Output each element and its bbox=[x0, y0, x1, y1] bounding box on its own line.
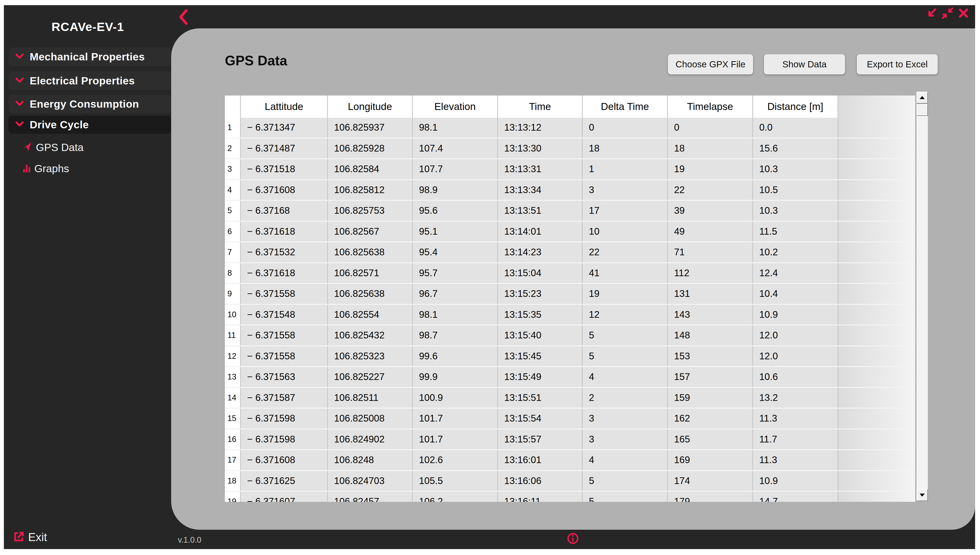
cell-timelapse[interactable]: 159 bbox=[668, 388, 753, 408]
cell-timelapse[interactable]: 153 bbox=[668, 346, 753, 366]
cell-delta-time[interactable]: 12 bbox=[583, 305, 668, 325]
choose-gpx-file-button[interactable]: Choose GPX File bbox=[668, 54, 753, 74]
cell-elevation[interactable]: 98.1 bbox=[413, 118, 498, 138]
cell-longitude[interactable]: 106.824902 bbox=[328, 430, 413, 449]
cell-elevation[interactable]: 95.4 bbox=[413, 242, 498, 262]
cell-timelapse[interactable]: 39 bbox=[668, 201, 753, 221]
cell-longitude[interactable]: 106.82511 bbox=[328, 388, 413, 408]
sidebar-item-drive-cycle[interactable]: Drive Cycle bbox=[8, 115, 172, 134]
column-header-time[interactable]: Time bbox=[498, 96, 583, 118]
cell-distance-m[interactable]: 11.3 bbox=[753, 409, 838, 428]
table-row[interactable]: 3− 6.371518106.82584107.713:13:3111910.3 bbox=[225, 159, 915, 180]
show-data-button[interactable]: Show Data bbox=[764, 54, 845, 74]
cell-distance-m[interactable]: 12.0 bbox=[753, 346, 838, 366]
cell-elevation[interactable]: 106.2 bbox=[413, 492, 498, 502]
info-button[interactable] bbox=[567, 532, 579, 546]
cell-lattitude[interactable]: − 6.371532 bbox=[241, 242, 328, 262]
cell-elevation[interactable]: 96.7 bbox=[413, 284, 498, 304]
cell-delta-time[interactable]: 18 bbox=[583, 139, 668, 159]
vertical-scrollbar[interactable] bbox=[916, 91, 928, 501]
cell-time[interactable]: 13:13:51 bbox=[498, 201, 583, 221]
cell-delta-time[interactable]: 10 bbox=[583, 222, 668, 242]
cell-distance-m[interactable]: 10.4 bbox=[753, 284, 838, 304]
column-header-delta-time[interactable]: Delta Time bbox=[583, 96, 668, 118]
table-row[interactable]: 18− 6.371625106.824703105.513:16:0651741… bbox=[225, 471, 915, 492]
cell-lattitude[interactable]: − 6.371558 bbox=[241, 326, 328, 345]
cell-longitude[interactable]: 106.825753 bbox=[328, 201, 413, 221]
cell-distance-m[interactable]: 13.2 bbox=[753, 388, 838, 408]
scroll-up-button[interactable] bbox=[916, 91, 928, 104]
cell-delta-time[interactable]: 22 bbox=[583, 242, 668, 262]
cell-time[interactable]: 13:16:06 bbox=[498, 471, 583, 491]
column-header-timelapse[interactable]: Timelapse bbox=[668, 96, 753, 118]
cell-longitude[interactable]: 106.82457 bbox=[328, 492, 413, 502]
cell-elevation[interactable]: 101.7 bbox=[413, 430, 498, 449]
table-row[interactable]: 12− 6.371558106.82532399.613:15:45515312… bbox=[225, 346, 915, 367]
cell-delta-time[interactable]: 5 bbox=[583, 346, 668, 366]
cell-longitude[interactable]: 106.825638 bbox=[328, 284, 413, 304]
table-row[interactable]: 16− 6.371598106.824902101.713:15:5731651… bbox=[225, 430, 915, 451]
cell-longitude[interactable]: 106.825008 bbox=[328, 409, 413, 428]
cell-delta-time[interactable]: 19 bbox=[583, 284, 668, 304]
cell-timelapse[interactable]: 148 bbox=[668, 326, 753, 345]
cell-distance-m[interactable]: 10.6 bbox=[753, 367, 838, 387]
cell-timelapse[interactable]: 19 bbox=[668, 159, 753, 179]
cell-lattitude[interactable]: − 6.371347 bbox=[241, 118, 328, 138]
table-row[interactable]: 4− 6.371608106.82581298.913:13:3432210.5 bbox=[225, 180, 915, 201]
cell-distance-m[interactable]: 10.3 bbox=[753, 201, 838, 221]
cell-lattitude[interactable]: − 6.371487 bbox=[241, 139, 328, 159]
cell-lattitude[interactable]: − 6.371618 bbox=[241, 222, 328, 242]
cell-distance-m[interactable]: 0.0 bbox=[753, 118, 838, 138]
cell-delta-time[interactable]: 5 bbox=[583, 492, 668, 502]
cell-longitude[interactable]: 106.82571 bbox=[328, 263, 413, 283]
table-row[interactable]: 6− 6.371618106.8256795.113:14:01104911.5 bbox=[225, 222, 915, 243]
cell-distance-m[interactable]: 11.5 bbox=[753, 222, 838, 242]
cell-timelapse[interactable]: 18 bbox=[668, 139, 753, 159]
column-header-distance-m[interactable]: Distance [m] bbox=[753, 96, 838, 118]
cell-distance-m[interactable]: 12.4 bbox=[753, 263, 838, 283]
cell-timelapse[interactable]: 49 bbox=[668, 222, 753, 242]
cell-elevation[interactable]: 98.1 bbox=[413, 305, 498, 325]
cell-lattitude[interactable]: − 6.371548 bbox=[241, 305, 328, 325]
cell-distance-m[interactable]: 10.3 bbox=[753, 159, 838, 179]
cell-lattitude[interactable]: − 6.371608 bbox=[241, 450, 328, 470]
cell-elevation[interactable]: 107.7 bbox=[413, 159, 498, 179]
cell-longitude[interactable]: 106.824703 bbox=[328, 471, 413, 491]
column-header-elevation[interactable]: Elevation bbox=[413, 96, 498, 118]
cell-elevation[interactable]: 95.7 bbox=[413, 263, 498, 283]
cell-time[interactable]: 13:15:40 bbox=[498, 326, 583, 345]
table-row[interactable]: 1− 6.371347106.82593798.113:13:12000.0 bbox=[225, 118, 915, 139]
sidebar-item-electrical-properties[interactable]: Electrical Properties bbox=[8, 72, 172, 90]
cell-time[interactable]: 13:13:34 bbox=[498, 180, 583, 200]
cell-delta-time[interactable]: 5 bbox=[583, 471, 668, 491]
cell-delta-time[interactable]: 5 bbox=[583, 326, 668, 345]
table-row[interactable]: 5− 6.37168106.82575395.613:13:51173910.3 bbox=[225, 201, 915, 222]
cell-longitude[interactable]: 106.825638 bbox=[328, 242, 413, 262]
cell-timelapse[interactable]: 71 bbox=[668, 242, 753, 262]
cell-distance-m[interactable]: 14.7 bbox=[753, 492, 838, 502]
cell-lattitude[interactable]: − 6.371587 bbox=[241, 388, 328, 408]
cell-elevation[interactable]: 100.9 bbox=[413, 388, 498, 408]
cell-delta-time[interactable]: 3 bbox=[583, 180, 668, 200]
cell-elevation[interactable]: 98.9 bbox=[413, 180, 498, 200]
cell-longitude[interactable]: 106.82584 bbox=[328, 159, 413, 179]
cell-elevation[interactable]: 102.6 bbox=[413, 450, 498, 470]
cell-distance-m[interactable]: 10.5 bbox=[753, 180, 838, 200]
table-row[interactable]: 9− 6.371558106.82563896.713:15:231913110… bbox=[225, 284, 915, 305]
scroll-down-button[interactable] bbox=[916, 489, 928, 501]
cell-longitude[interactable]: 106.82554 bbox=[328, 305, 413, 325]
table-row[interactable]: 19− 6.371607106.82457106.213:16:11517914… bbox=[225, 492, 915, 502]
cell-lattitude[interactable]: − 6.371608 bbox=[241, 180, 328, 200]
cell-distance-m[interactable]: 11.3 bbox=[753, 450, 838, 470]
cell-time[interactable]: 13:15:49 bbox=[498, 367, 583, 387]
restore-button[interactable] bbox=[942, 7, 953, 20]
cell-distance-m[interactable]: 15.6 bbox=[753, 139, 838, 159]
cell-lattitude[interactable]: − 6.371625 bbox=[241, 471, 328, 491]
table-row[interactable]: 14− 6.371587106.82511100.913:15:51215913… bbox=[225, 388, 915, 409]
table-row[interactable]: 13− 6.371563106.82522799.913:15:49415710… bbox=[225, 367, 915, 388]
cell-longitude[interactable]: 106.82567 bbox=[328, 222, 413, 242]
table-row[interactable]: 7− 6.371532106.82563895.413:14:23227110.… bbox=[225, 242, 915, 263]
cell-elevation[interactable]: 98.7 bbox=[413, 326, 498, 345]
cell-elevation[interactable]: 95.6 bbox=[413, 201, 498, 221]
cell-timelapse[interactable]: 174 bbox=[668, 471, 753, 491]
